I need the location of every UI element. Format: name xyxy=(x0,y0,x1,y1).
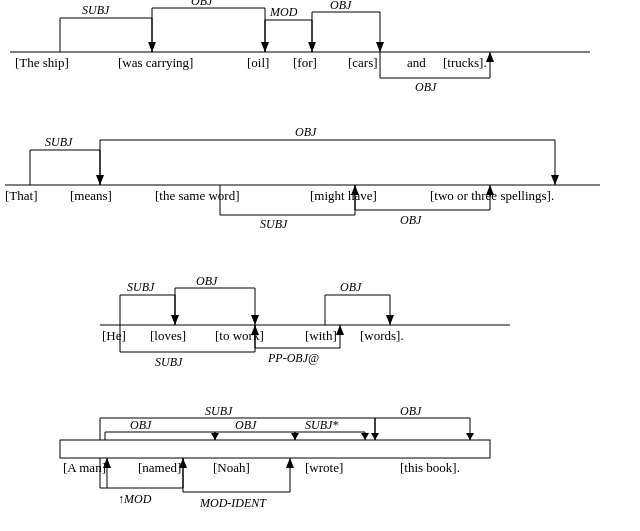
obj-arrow-3 xyxy=(486,52,494,62)
rel-obj-7: OBJ xyxy=(340,280,362,294)
rel-obj-outer: OBJ xyxy=(400,404,422,418)
word-wrote: [wrote] xyxy=(305,460,343,475)
rel-obj-5: OBJ xyxy=(400,213,422,227)
word-same-word: [the same word] xyxy=(155,188,239,203)
mod-ident-arrow xyxy=(286,458,294,468)
subj-star-arrow xyxy=(361,433,369,440)
word-trucks: [trucks]. xyxy=(443,55,487,70)
rel-subj-4: SUBJ xyxy=(127,280,155,294)
word-oil: [oil] xyxy=(247,55,269,70)
rel-subj-outer: SUBJ xyxy=(205,404,233,418)
rel-obj-4: OBJ xyxy=(295,125,317,139)
obj-arrow-6 xyxy=(251,315,259,325)
syntax-diagrams: [The ship] [was carrying] [oil] [for] [c… xyxy=(0,0,640,531)
word-noah: [Noah] xyxy=(213,460,250,475)
pp-obj-arrow xyxy=(336,325,344,335)
outer-box xyxy=(60,440,490,458)
word-with: [with] xyxy=(305,328,337,343)
rel-mod-2: ↑MOD xyxy=(118,492,152,506)
rel-subj-star: SUBJ* xyxy=(305,418,338,432)
word-that: [That] xyxy=(5,188,37,203)
word-words: [words]. xyxy=(360,328,404,343)
word-was-carrying: [was carrying] xyxy=(118,55,193,70)
word-spellings: [two or three spellings]. xyxy=(430,188,554,203)
word-named: [named] xyxy=(138,460,181,475)
rel-subj-3: SUBJ xyxy=(260,217,288,231)
rel-subj-2: SUBJ xyxy=(45,135,73,149)
rel-pp-obj: PP-OBJ@ xyxy=(267,351,319,365)
rel-mod-ident: MOD-IDENT xyxy=(199,496,267,510)
word-loves: [loves] xyxy=(150,328,186,343)
word-and: and xyxy=(407,55,426,70)
word-cars: [cars] xyxy=(348,55,378,70)
obj-outer-arrow xyxy=(466,433,474,440)
rel-obj-inner-1: OBJ xyxy=(130,418,152,432)
word-means: [means] xyxy=(70,188,112,203)
rel-obj-inner-2: OBJ xyxy=(235,418,257,432)
obj-arrow-2 xyxy=(376,42,384,52)
rel-obj-6: OBJ xyxy=(196,274,218,288)
word-might-have: [might have] xyxy=(310,188,377,203)
rel-obj-1: OBJ xyxy=(191,0,213,8)
rel-obj-2: OBJ xyxy=(330,0,352,12)
word-for: [for] xyxy=(293,55,317,70)
rel-subj-1: SUBJ xyxy=(82,3,110,17)
word-he: [He] xyxy=(102,328,126,343)
obj-arrow-7 xyxy=(386,315,394,325)
rel-subj-5: SUBJ xyxy=(155,355,183,369)
rel-mod-1: MOD xyxy=(269,5,298,19)
word-this-book: [this book]. xyxy=(400,460,460,475)
rel-obj-3: OBJ xyxy=(415,80,437,94)
diagram-svg: [The ship] [was carrying] [oil] [for] [c… xyxy=(0,0,640,531)
word-the-ship: [The ship] xyxy=(15,55,69,70)
obj-arrow-4 xyxy=(551,175,559,185)
